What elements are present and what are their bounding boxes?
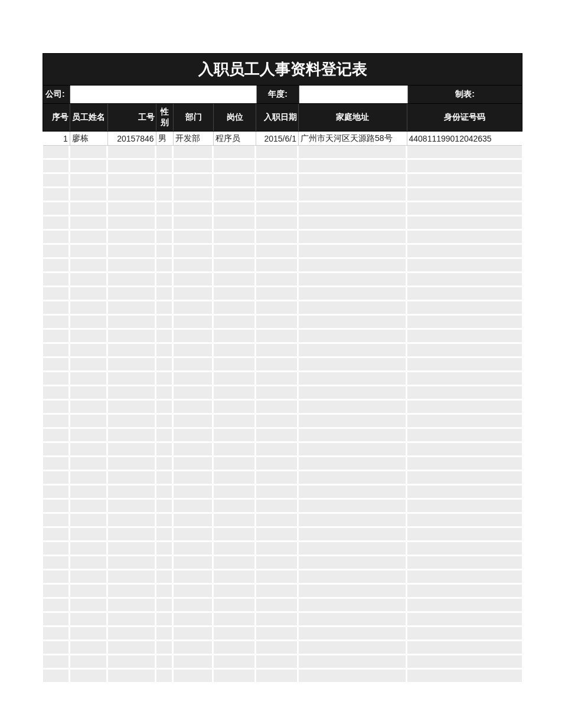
- cell-empno[interactable]: 20157846: [108, 132, 156, 146]
- cell-gender[interactable]: [156, 443, 174, 457]
- cell-date[interactable]: [256, 401, 299, 415]
- cell-gender[interactable]: 男: [156, 132, 174, 146]
- table-row[interactable]: [43, 188, 522, 202]
- cell-id[interactable]: [407, 231, 522, 245]
- cell-empno[interactable]: [108, 585, 156, 599]
- cell-pos[interactable]: [214, 429, 256, 443]
- cell-pos[interactable]: [214, 655, 256, 670]
- cell-date[interactable]: [256, 245, 299, 259]
- cell-empno[interactable]: [108, 528, 156, 542]
- cell-addr[interactable]: [299, 570, 407, 585]
- table-row[interactable]: [43, 401, 522, 415]
- cell-seq[interactable]: [43, 259, 70, 273]
- cell-id[interactable]: [407, 245, 522, 259]
- cell-dept[interactable]: [174, 217, 214, 231]
- cell-addr[interactable]: [299, 415, 407, 429]
- cell-addr[interactable]: [299, 188, 407, 202]
- cell-name[interactable]: [70, 174, 108, 188]
- cell-dept[interactable]: [174, 528, 214, 542]
- table-row[interactable]: [43, 613, 522, 627]
- cell-seq[interactable]: [43, 528, 70, 542]
- cell-pos[interactable]: [214, 160, 256, 174]
- cell-pos[interactable]: [214, 486, 256, 500]
- cell-dept[interactable]: 开发部: [174, 132, 214, 146]
- cell-dept[interactable]: [174, 287, 214, 301]
- cell-name[interactable]: [70, 585, 108, 599]
- cell-addr[interactable]: [299, 443, 407, 457]
- cell-dept[interactable]: [174, 599, 214, 613]
- cell-id[interactable]: [407, 174, 522, 188]
- cell-gender[interactable]: [156, 301, 174, 316]
- cell-addr[interactable]: [299, 401, 407, 415]
- cell-dept[interactable]: [174, 429, 214, 443]
- cell-addr[interactable]: 广州市天河区天源路58号: [299, 132, 407, 146]
- table-row[interactable]: [43, 599, 522, 613]
- cell-name[interactable]: [70, 273, 108, 287]
- cell-dept[interactable]: [174, 160, 214, 174]
- cell-empno[interactable]: [108, 542, 156, 556]
- cell-date[interactable]: [256, 542, 299, 556]
- cell-dept[interactable]: [174, 542, 214, 556]
- cell-gender[interactable]: [156, 613, 174, 627]
- cell-dept[interactable]: [174, 245, 214, 259]
- company-value[interactable]: [70, 86, 257, 103]
- cell-gender[interactable]: [156, 231, 174, 245]
- cell-dept[interactable]: [174, 301, 214, 316]
- cell-name[interactable]: [70, 655, 108, 670]
- cell-seq[interactable]: [43, 585, 70, 599]
- cell-pos[interactable]: [214, 613, 256, 627]
- cell-id[interactable]: [407, 301, 522, 316]
- cell-seq[interactable]: [43, 500, 70, 514]
- cell-gender[interactable]: [156, 429, 174, 443]
- cell-date[interactable]: [256, 273, 299, 287]
- cell-empno[interactable]: [108, 641, 156, 655]
- cell-dept[interactable]: [174, 344, 214, 358]
- cell-pos[interactable]: [214, 287, 256, 301]
- cell-gender[interactable]: [156, 542, 174, 556]
- table-row[interactable]: [43, 429, 522, 443]
- table-row[interactable]: [43, 217, 522, 231]
- cell-name[interactable]: [70, 188, 108, 202]
- table-row[interactable]: [43, 556, 522, 570]
- cell-pos[interactable]: [214, 641, 256, 655]
- cell-empno[interactable]: [108, 655, 156, 670]
- cell-date[interactable]: [256, 316, 299, 330]
- cell-dept[interactable]: [174, 486, 214, 500]
- cell-addr[interactable]: [299, 627, 407, 641]
- cell-seq[interactable]: [43, 217, 70, 231]
- cell-pos[interactable]: [214, 514, 256, 528]
- cell-seq[interactable]: [43, 287, 70, 301]
- cell-date[interactable]: [256, 301, 299, 316]
- cell-name[interactable]: [70, 231, 108, 245]
- cell-pos[interactable]: [214, 344, 256, 358]
- cell-date[interactable]: [256, 627, 299, 641]
- cell-date[interactable]: [256, 570, 299, 585]
- cell-pos[interactable]: [214, 372, 256, 386]
- cell-date[interactable]: [256, 231, 299, 245]
- cell-empno[interactable]: [108, 259, 156, 273]
- cell-gender[interactable]: [156, 641, 174, 655]
- cell-id[interactable]: [407, 655, 522, 670]
- cell-id[interactable]: [407, 358, 522, 372]
- cell-id[interactable]: [407, 443, 522, 457]
- cell-pos[interactable]: [214, 146, 256, 160]
- cell-seq[interactable]: [43, 160, 70, 174]
- table-row[interactable]: [43, 330, 522, 344]
- table-row[interactable]: [43, 415, 522, 429]
- cell-gender[interactable]: [156, 188, 174, 202]
- cell-dept[interactable]: [174, 330, 214, 344]
- cell-date[interactable]: [256, 287, 299, 301]
- table-row[interactable]: [43, 627, 522, 641]
- cell-addr[interactable]: [299, 556, 407, 570]
- cell-gender[interactable]: [156, 372, 174, 386]
- cell-addr[interactable]: [299, 301, 407, 316]
- cell-addr[interactable]: [299, 372, 407, 386]
- cell-date[interactable]: [256, 613, 299, 627]
- cell-name[interactable]: [70, 542, 108, 556]
- cell-empno[interactable]: [108, 245, 156, 259]
- cell-date[interactable]: [256, 174, 299, 188]
- cell-addr[interactable]: [299, 259, 407, 273]
- table-row[interactable]: [43, 655, 522, 670]
- table-row[interactable]: [43, 174, 522, 188]
- cell-empno[interactable]: [108, 556, 156, 570]
